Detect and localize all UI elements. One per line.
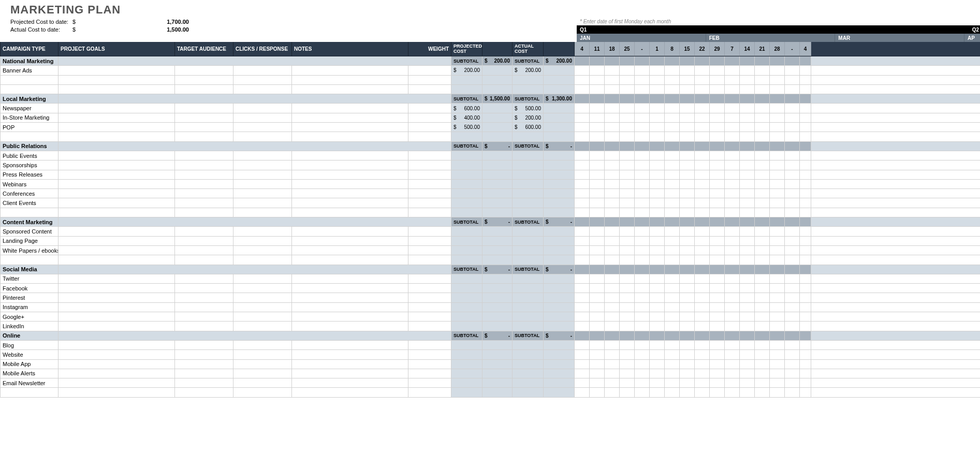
calendar-cell[interactable] <box>770 56 785 65</box>
calendar-cell[interactable] <box>635 378 650 387</box>
calendar-cell[interactable] <box>650 76 665 84</box>
calendar-cell[interactable] <box>725 189 740 198</box>
row-actual-extra[interactable] <box>544 284 575 293</box>
calendar-cell[interactable] <box>620 331 635 340</box>
row-actual-extra[interactable] <box>544 76 575 84</box>
calendar-cell[interactable] <box>725 123 740 132</box>
calendar-cell[interactable] <box>800 255 811 264</box>
calendar-cell[interactable] <box>575 237 590 245</box>
row-audience[interactable] <box>175 208 233 217</box>
calendar-cell[interactable] <box>635 341 650 349</box>
calendar-cell[interactable] <box>710 66 725 75</box>
row-name[interactable] <box>0 208 58 217</box>
row-audience[interactable] <box>175 113 233 122</box>
calendar-cell[interactable] <box>620 322 635 330</box>
calendar-cell[interactable] <box>800 123 811 132</box>
calendar-cell[interactable] <box>725 350 740 359</box>
row-notes[interactable] <box>292 360 408 369</box>
calendar-cell[interactable] <box>800 331 811 340</box>
calendar-cell[interactable] <box>800 66 811 75</box>
calendar-cell[interactable] <box>650 94 665 103</box>
calendar-cell[interactable] <box>695 198 710 207</box>
calendar-cell[interactable] <box>575 85 590 94</box>
calendar-cell[interactable] <box>725 142 740 151</box>
row-weight[interactable] <box>408 284 451 293</box>
calendar-cell[interactable] <box>635 123 650 132</box>
calendar-cell[interactable] <box>605 331 620 340</box>
row-goals[interactable] <box>58 303 175 312</box>
row-actual-extra[interactable] <box>544 237 575 245</box>
calendar-cell[interactable] <box>650 208 665 217</box>
calendar-cell[interactable] <box>620 189 635 198</box>
calendar-cell[interactable] <box>575 189 590 198</box>
row-projected[interactable] <box>451 341 482 349</box>
calendar-cell[interactable] <box>680 94 695 103</box>
row-actual[interactable] <box>513 189 544 198</box>
row-weight[interactable] <box>408 66 451 75</box>
calendar-cell[interactable] <box>575 312 590 321</box>
calendar-cell[interactable] <box>800 274 811 283</box>
row-clicks[interactable] <box>233 198 292 207</box>
calendar-cell[interactable] <box>800 293 811 302</box>
calendar-cell[interactable] <box>695 56 710 65</box>
calendar-cell[interactable] <box>650 104 665 112</box>
calendar-cell[interactable] <box>590 378 605 387</box>
calendar-cell[interactable] <box>680 350 695 359</box>
calendar-cell[interactable] <box>635 303 650 312</box>
row-audience[interactable] <box>175 189 233 198</box>
calendar-cell[interactable] <box>740 350 755 359</box>
calendar-cell[interactable] <box>695 123 710 132</box>
calendar-cell[interactable] <box>725 237 740 245</box>
row-actual-extra[interactable] <box>544 66 575 75</box>
calendar-cell[interactable] <box>785 113 800 122</box>
calendar-cell[interactable] <box>635 113 650 122</box>
calendar-cell[interactable] <box>575 303 590 312</box>
calendar-cell[interactable] <box>665 217 680 226</box>
calendar-cell[interactable] <box>695 132 710 141</box>
calendar-cell[interactable] <box>725 66 740 75</box>
calendar-cell[interactable] <box>605 255 620 264</box>
calendar-cell[interactable] <box>635 350 650 359</box>
calendar-cell[interactable] <box>590 369 605 378</box>
row-audience[interactable] <box>175 151 233 160</box>
row-actual[interactable] <box>513 388 544 397</box>
calendar-cell[interactable] <box>650 142 665 151</box>
calendar-cell[interactable] <box>695 293 710 302</box>
calendar-cell[interactable] <box>755 160 770 169</box>
calendar-cell[interactable] <box>770 388 785 397</box>
calendar-cell[interactable] <box>665 255 680 264</box>
row-name[interactable] <box>0 388 58 397</box>
calendar-cell[interactable] <box>635 56 650 65</box>
calendar-cell[interactable] <box>665 284 680 293</box>
calendar-cell[interactable] <box>725 94 740 103</box>
calendar-cell[interactable] <box>785 56 800 65</box>
calendar-cell[interactable] <box>575 170 590 179</box>
row-actual[interactable] <box>513 303 544 312</box>
row-notes[interactable] <box>292 312 408 321</box>
row-notes[interactable] <box>292 284 408 293</box>
calendar-cell[interactable] <box>590 255 605 264</box>
calendar-cell[interactable] <box>770 160 785 169</box>
calendar-cell[interactable] <box>575 284 590 293</box>
calendar-cell[interactable] <box>680 142 695 151</box>
calendar-cell[interactable] <box>665 132 680 141</box>
row-goals[interactable] <box>58 322 175 330</box>
calendar-cell[interactable] <box>800 113 811 122</box>
row-weight[interactable] <box>408 104 451 112</box>
calendar-cell[interactable] <box>590 388 605 397</box>
calendar-cell[interactable] <box>575 227 590 236</box>
calendar-cell[interactable] <box>635 293 650 302</box>
calendar-cell[interactable] <box>770 341 785 349</box>
row-audience[interactable] <box>175 255 233 264</box>
calendar-cell[interactable] <box>575 208 590 217</box>
calendar-cell[interactable] <box>755 76 770 84</box>
calendar-cell[interactable] <box>755 217 770 226</box>
row-weight[interactable] <box>408 189 451 198</box>
calendar-cell[interactable] <box>680 217 695 226</box>
row-goals[interactable] <box>58 237 175 245</box>
row-clicks[interactable] <box>233 312 292 321</box>
calendar-cell[interactable] <box>725 217 740 226</box>
calendar-cell[interactable] <box>755 142 770 151</box>
row-actual[interactable] <box>513 341 544 349</box>
calendar-cell[interactable] <box>620 227 635 236</box>
